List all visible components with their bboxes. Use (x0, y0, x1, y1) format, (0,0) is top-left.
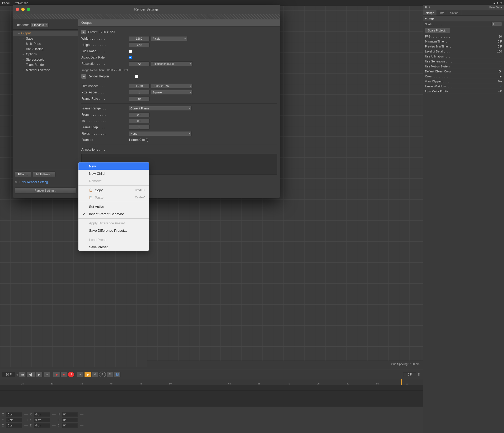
image-resolution-label: Image Resolution: (81, 68, 105, 72)
to-label: To . . . . . . . . . . . . (81, 119, 129, 123)
adapt-data-rate-checkbox[interactable] (129, 56, 132, 59)
width-input[interactable] (129, 36, 150, 41)
ctx-item-inheritparent[interactable]: ✓ Inherit Parent Behavior (78, 210, 149, 218)
effect-button[interactable]: Effect... (15, 171, 31, 177)
fields-dropdown[interactable]: None (129, 131, 192, 136)
ctx-item-savepreset[interactable]: Save Preset... (78, 243, 149, 251)
frames-value: 1 (from 0 to 0) (129, 138, 148, 142)
height-input[interactable] (129, 43, 150, 47)
render-region-checkbox[interactable] (135, 75, 138, 78)
timeline-add-key[interactable]: + (77, 372, 84, 377)
ctx-item-new[interactable]: New (78, 162, 149, 170)
scale-row: Scale . . . . . . . (423, 21, 504, 27)
maximize-button[interactable] (27, 8, 30, 11)
pixel-aspect-dropdown[interactable]: Square (151, 90, 193, 95)
ctx-item-savediff[interactable]: Save Difference Preset... (78, 227, 149, 234)
timeline-question-btn[interactable]: ? (68, 372, 75, 377)
timeline-stop-btn[interactable]: ■ (60, 372, 67, 377)
y-input[interactable] (6, 418, 22, 422)
transport-prev-key[interactable]: ◀▌ (27, 372, 35, 377)
frame-step-input[interactable] (129, 125, 150, 130)
z-input[interactable] (6, 423, 22, 428)
ruler-mark-50: 50 (169, 382, 172, 385)
tab-info[interactable]: Info (437, 10, 447, 15)
y2-coord-group: Y (30, 418, 50, 422)
ctx-item-copy[interactable]: 📋 Copy Cmd+C (78, 186, 149, 194)
film-aspect-input[interactable] (129, 84, 150, 88)
sidebar-item-stereoscopic[interactable]: – Stereoscopic (13, 57, 78, 62)
width-row: Width . . . . . . . . . Pixels (81, 35, 277, 42)
transport-skip-end[interactable]: ⏭ (43, 372, 50, 377)
y-coord-group: Y (2, 418, 22, 422)
input-color-profile-value: sR (498, 90, 502, 93)
timeline-p-btn[interactable]: P (99, 372, 106, 377)
x2-input[interactable] (34, 412, 50, 417)
scale-input[interactable] (491, 22, 502, 26)
ruler-mark-65: 65 (258, 382, 260, 385)
timeline-key-btn[interactable]: ◆ (84, 372, 91, 377)
timeline-film-btn[interactable]: 🎞 (114, 372, 120, 377)
ctx-item-newchild[interactable]: New Child (78, 170, 149, 177)
lock-ratio-checkbox[interactable] (129, 50, 132, 53)
pixel-aspect-input[interactable] (129, 90, 150, 95)
resolution-label: Resolution . . . . . (81, 62, 129, 66)
ruler-mark-45: 45 (139, 382, 142, 385)
x-input[interactable] (6, 412, 22, 417)
timeline-frame-input[interactable] (403, 372, 416, 377)
sidebar-item-multipass[interactable]: – Multi-Pass (13, 41, 78, 46)
sidebar-item-save[interactable]: ✓ – Save (13, 36, 78, 41)
preset-row: ▶ Preset: 1280 x 720 (81, 29, 277, 35)
timeline-record-btn[interactable]: ⏺ (53, 372, 60, 377)
input-color-profile-row: Input Color Profile . . sR (423, 89, 504, 94)
minimize-button[interactable] (21, 8, 25, 11)
timeline-dots-btn[interactable]: ⠿ (106, 372, 113, 377)
transport-skip-start[interactable]: ⏮ (19, 372, 26, 377)
render-setting-button[interactable]: Render Setting... (15, 187, 76, 194)
resolution-input[interactable] (129, 61, 150, 66)
p-label: P (58, 419, 61, 421)
p-input[interactable] (62, 418, 78, 422)
grid-spacing-bar: Grid Spacing : 100 cm (147, 361, 423, 367)
multipass-button[interactable]: Multi-Pass... (33, 171, 56, 177)
height-label: Height . . . . . . . . . (81, 43, 129, 47)
film-aspect-dropdown[interactable]: HDTV (16:9) (151, 84, 193, 88)
settings-section-header[interactable]: ettings (423, 16, 504, 21)
y2-input[interactable] (34, 418, 50, 422)
sidebar-item-options[interactable]: – Options (13, 52, 78, 57)
sidebar-item-output[interactable]: – Output (13, 31, 78, 36)
ctx-item-applydiff: Apply Difference Preset (78, 219, 149, 227)
menu-prorender[interactable]: ProRender (14, 1, 28, 4)
render-region-expand[interactable]: ▶ (81, 74, 86, 79)
hatch-drag-area[interactable] (13, 14, 280, 19)
sidebar-item-teamrender[interactable]: – Team Render (13, 62, 78, 67)
sidebar-item-materialoverride[interactable]: – Material Override (13, 67, 78, 73)
renderer-dropdown[interactable]: Standard (30, 23, 49, 27)
close-button[interactable] (16, 8, 19, 11)
timeline-loop-btn[interactable]: ↺ (92, 372, 98, 377)
frame-range-dropdown[interactable]: Current Frame (129, 106, 192, 111)
width-unit-dropdown[interactable]: Pixels (151, 36, 187, 41)
ctx-item-setactive[interactable]: Set Active (78, 203, 149, 210)
b-input[interactable] (62, 423, 78, 428)
render-region-row: ▶ Render Region (81, 73, 277, 80)
menu-panel[interactable]: Panel (2, 1, 9, 4)
z2-input[interactable] (34, 423, 50, 428)
lock-ratio-row: Lock Ratio . . . . . (81, 48, 277, 54)
to-input[interactable] (129, 119, 150, 123)
frame-rate-input[interactable] (129, 96, 150, 101)
preset-play-button[interactable]: ▶ (81, 30, 86, 34)
resolution-unit-dropdown[interactable]: Pixels/Inch (DPI) (151, 61, 193, 66)
tab-settings[interactable]: ettings (423, 10, 437, 15)
timeline-playhead[interactable] (401, 379, 402, 385)
my-render-setting-row[interactable]: ⊞ └ My Render Setting (13, 179, 78, 185)
y-label: Y (2, 419, 5, 421)
transport-play[interactable]: ▶ (36, 372, 43, 377)
h-input[interactable] (62, 412, 78, 417)
scale-project-button[interactable]: Scale Project... (425, 28, 450, 33)
from-input[interactable] (129, 112, 150, 117)
color-expand-icon[interactable]: ▶ (500, 75, 502, 78)
render-region-label: Render Region (88, 75, 135, 78)
timeline-frame-arrows[interactable]: ⇕ (417, 372, 421, 377)
tab-annotation[interactable]: olation (447, 10, 461, 15)
sidebar-item-antialiasing[interactable]: – Anti-Aliasing (13, 46, 78, 52)
